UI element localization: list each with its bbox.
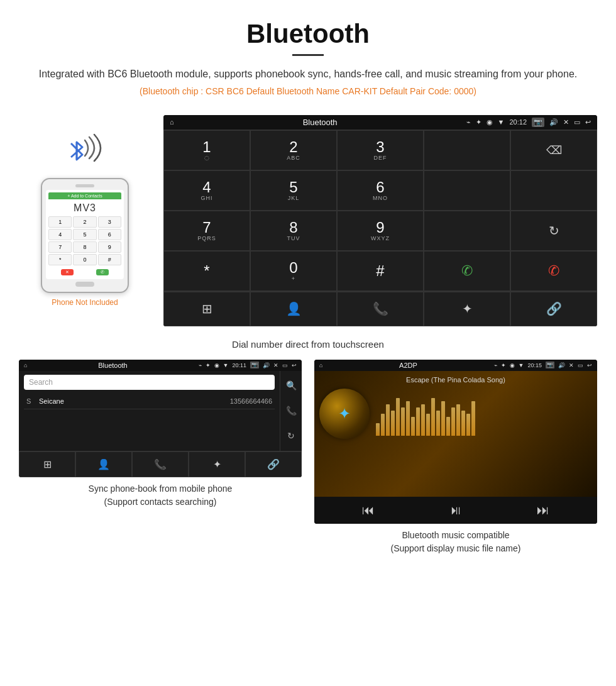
- dial-key-9[interactable]: 9WXYZ: [337, 211, 424, 251]
- dial-key-2[interactable]: 2ABC: [250, 130, 337, 170]
- page-header: Bluetooth Integrated with BC6 Bluetooth …: [0, 0, 616, 115]
- music-body: ✦: [319, 389, 592, 439]
- pb-statusbar-title: Bluetooth: [31, 362, 194, 369]
- phone-key-6: 6: [98, 229, 121, 240]
- pb-bottom-contacts[interactable]: 👤: [75, 451, 132, 477]
- music-cam-icon: 📷: [546, 362, 554, 368]
- dial-key-8[interactable]: 8TUV: [250, 211, 337, 251]
- main-section: + Add to Contacts MV3 1 2 3 4 5 6 7 8 9 …: [0, 115, 616, 326]
- bottom-icon-phone[interactable]: 📞: [337, 292, 424, 326]
- phone-key-1: 1: [48, 216, 72, 228]
- phone-key-4: 4: [48, 229, 72, 240]
- music-home-icon: ⌂: [319, 362, 322, 368]
- dial-key-empty-r3a: [424, 211, 510, 251]
- contact-number: 13566664466: [230, 397, 272, 405]
- statusbar-title: Bluetooth: [179, 118, 461, 127]
- next-button[interactable]: ⏭: [537, 503, 549, 517]
- phone-key-8: 8: [73, 241, 96, 253]
- phone-bottom-bar: ✕ ✆: [48, 268, 121, 277]
- volume-status-icon: 🔊: [549, 118, 558, 126]
- music-back-icon: ↩: [587, 362, 592, 368]
- phonebook-card: ⌂ Bluetooth ⌁ ✦ ◉ ▼ 20:11 📷 🔊 ✕ ▭ ↩ Sear…: [19, 360, 302, 555]
- phonebook-caption: Sync phone-book from mobile phone (Suppo…: [89, 482, 233, 509]
- back-status-icon: ↩: [585, 118, 591, 126]
- pb-home-icon: ⌂: [24, 362, 27, 368]
- page-title: Bluetooth: [38, 19, 578, 49]
- pb-call-icon[interactable]: 📞: [286, 406, 297, 416]
- phone-not-included-label: Phone Not Included: [52, 298, 118, 307]
- pb-bottom-link[interactable]: 🔗: [245, 451, 302, 477]
- bottom-icon-dialpad[interactable]: ⊞: [163, 292, 250, 326]
- search-bar[interactable]: Search: [24, 375, 275, 390]
- bottom-icon-contacts[interactable]: 👤: [250, 292, 337, 326]
- music-close-icon: ✕: [569, 362, 574, 368]
- dial-key-7[interactable]: 7PQRS: [163, 211, 250, 251]
- phonebook-caption-line2: (Support contacts searching): [104, 497, 217, 507]
- music-bt-icon: ✦: [501, 362, 506, 368]
- dial-key-star[interactable]: *: [163, 251, 250, 291]
- dial-screen-container: ⌂ Bluetooth ⌁ ✦ ◉ ▼ 20:12 📷 🔊 ✕ ▭ ↩ 1◌ 2…: [163, 115, 597, 326]
- phone-key-star: *: [48, 254, 72, 265]
- album-bluetooth-icon: ✦: [338, 405, 351, 423]
- dial-key-6[interactable]: 6MNO: [337, 170, 424, 211]
- play-pause-button[interactable]: ⏯: [449, 503, 462, 517]
- dial-key-0[interactable]: 0+: [250, 251, 337, 291]
- phone-dialpad: 1 2 3 4 5 6 7 8 9 * 0 #: [48, 216, 121, 265]
- bt-status-icon: ✦: [476, 118, 481, 126]
- dial-key-1[interactable]: 1◌: [163, 130, 250, 170]
- signal-status-icon: ▼: [498, 118, 505, 126]
- music-statusbar: ⌂ A2DP ⌁ ✦ ◉ ▼ 20:15 📷 🔊 ✕ ▭ ↩: [314, 360, 597, 371]
- contact-row: S Seicane 13566664466: [24, 394, 275, 409]
- music-statusbar-title: A2DP: [326, 362, 490, 369]
- dial-key-4[interactable]: 4GHI: [163, 170, 250, 211]
- dial-key-call-red[interactable]: ✆: [510, 251, 597, 291]
- dial-key-call-green[interactable]: ✆: [424, 251, 510, 291]
- pb-vol-icon: 🔊: [263, 362, 270, 368]
- dialpad-bottom: ⊞ 👤 📞 ✦ 🔗: [163, 291, 597, 326]
- dialpad-grid: 1◌ 2ABC 3DEF ⌫ 4GHI 5JKL 6MNO 7PQRS 8TUV…: [163, 130, 597, 291]
- dial-key-refresh[interactable]: ↻: [510, 211, 597, 251]
- bluetooth-signal-illustration: [60, 128, 110, 172]
- music-controls: ⏮ ⏯ ⏭: [314, 497, 597, 524]
- bottom-icon-bluetooth[interactable]: ✦: [424, 292, 510, 326]
- pb-bottom-bluetooth[interactable]: ✦: [189, 451, 245, 477]
- dial-key-backspace[interactable]: ⌫: [510, 130, 597, 170]
- music-win-icon: ▭: [578, 362, 583, 368]
- dial-key-5[interactable]: 5JKL: [250, 170, 337, 211]
- dial-key-hash[interactable]: #: [337, 251, 424, 291]
- pb-search-icon[interactable]: 🔍: [286, 380, 297, 390]
- spec-text: (Bluetooth chip : CSR BC6 Default Blueto…: [38, 86, 578, 96]
- dial-screen: ⌂ Bluetooth ⌁ ✦ ◉ ▼ 20:12 📷 🔊 ✕ ▭ ↩ 1◌ 2…: [163, 115, 597, 326]
- phonebook-bottom-bar: ⊞ 👤 📞 ✦ 🔗: [19, 451, 302, 477]
- pb-bottom-phone[interactable]: 📞: [132, 451, 189, 477]
- description-text: Integrated with BC6 Bluetooth module, su…: [38, 66, 578, 82]
- pb-back-icon: ↩: [292, 362, 297, 368]
- phonebook-statusbar: ⌂ Bluetooth ⌁ ✦ ◉ ▼ 20:11 📷 🔊 ✕ ▭ ↩: [19, 360, 302, 371]
- title-underline: [292, 54, 324, 56]
- phone-end-button: ✕: [61, 269, 74, 275]
- screen-statusbar: ⌂ Bluetooth ⌁ ✦ ◉ ▼ 20:12 📷 🔊 ✕ ▭ ↩: [163, 115, 597, 130]
- camera-status-icon: 📷: [532, 118, 544, 127]
- bottom-icon-link[interactable]: 🔗: [510, 292, 597, 326]
- dial-key-3[interactable]: 3DEF: [337, 130, 424, 170]
- dial-key-empty-r1: [424, 130, 510, 170]
- music-time: 20:15: [527, 362, 542, 368]
- phone-top-bar: + Add to Contacts: [48, 192, 121, 199]
- phonebook-side-icons: 🔍 📞 ↻: [280, 371, 302, 451]
- bottom-section: ⌂ Bluetooth ⌁ ✦ ◉ ▼ 20:11 📷 🔊 ✕ ▭ ↩ Sear…: [0, 360, 616, 555]
- usb-icon: ⌁: [466, 118, 471, 126]
- pb-refresh-icon[interactable]: ↻: [287, 431, 295, 441]
- location-status-icon: ◉: [487, 118, 493, 126]
- pb-bottom-dialpad[interactable]: ⊞: [19, 451, 75, 477]
- music-vol-icon: 🔊: [558, 362, 565, 368]
- pb-sig-icon: ▼: [223, 362, 229, 368]
- phonebook-layout: Search S Seicane 13566664466 🔍 📞 ↻: [19, 371, 302, 451]
- music-song-title: Escape (The Pina Colada Song): [319, 376, 592, 384]
- pb-close-icon: ✕: [273, 362, 278, 368]
- phonebook-caption-line1: Sync phone-book from mobile phone: [89, 484, 233, 494]
- music-content: Escape (The Pina Colada Song) ✦: [314, 371, 597, 497]
- prev-button[interactable]: ⏮: [362, 503, 375, 517]
- phone-key-7: 7: [48, 241, 72, 253]
- pb-usb-icon: ⌁: [199, 362, 202, 368]
- phone-key-0: 0: [73, 254, 96, 265]
